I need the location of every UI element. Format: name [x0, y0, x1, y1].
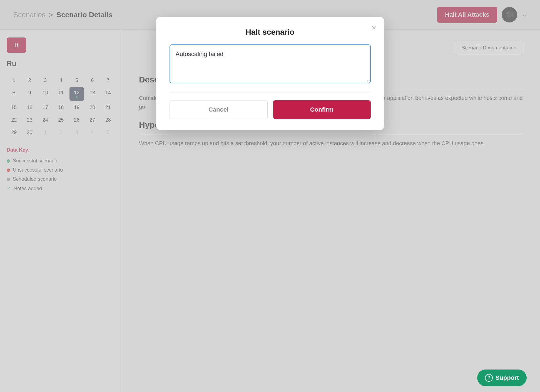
halt-reason-textarea[interactable]: Autoscaling failed: [170, 44, 371, 83]
halt-scenario-modal: × Halt scenario Autoscaling failed Cance…: [156, 17, 384, 130]
modal-title: Halt scenario: [170, 28, 371, 37]
modal-actions: Cancel Confirm: [170, 100, 371, 119]
modal-close-button[interactable]: ×: [372, 23, 376, 32]
confirm-button[interactable]: Confirm: [273, 100, 371, 119]
support-button[interactable]: ? Support: [477, 370, 527, 386]
support-icon: ?: [485, 374, 493, 382]
support-label: Support: [496, 374, 519, 381]
modal-overlay: × Halt scenario Autoscaling failed Cance…: [0, 0, 540, 392]
modal-divider: [170, 92, 371, 92]
cancel-button[interactable]: Cancel: [170, 100, 268, 119]
